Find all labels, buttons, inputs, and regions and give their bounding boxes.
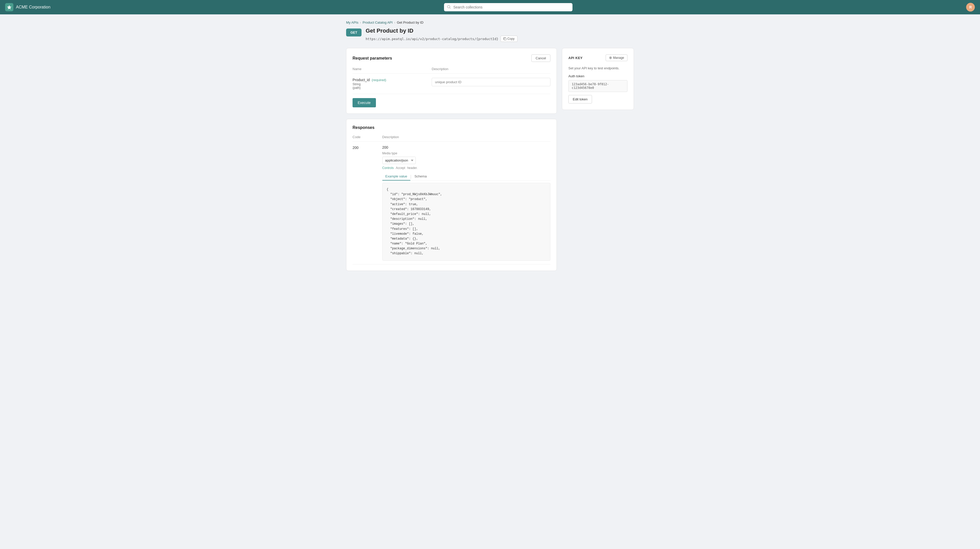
example-tabs: Example value | Schema	[382, 173, 550, 181]
two-column-layout: Request parameters Cancel Name Descripti…	[346, 48, 634, 271]
response-desc-value: 200	[382, 145, 550, 149]
params-table: Name Description Product_id (required)	[353, 67, 550, 94]
schema-tab[interactable]: Schema	[411, 173, 430, 181]
accept-label: Accept	[396, 166, 405, 170]
col-description: Description	[432, 67, 550, 74]
execute-button[interactable]: Execute	[353, 98, 376, 107]
col-name: Name	[353, 67, 432, 74]
method-badge: GET	[346, 29, 361, 36]
resp-col-code: Code	[353, 135, 382, 142]
logo-icon	[5, 3, 13, 11]
example-value-tab[interactable]: Example value	[382, 173, 410, 181]
param-type: String	[353, 83, 426, 86]
search-wrapper	[444, 3, 573, 11]
manage-button[interactable]: Manage	[606, 54, 627, 61]
table-row: Product_id (required) String (path)	[353, 74, 550, 94]
avatar[interactable]: R	[966, 3, 975, 11]
api-key-title: API KEY	[568, 56, 583, 60]
response-desc-cell: 200 Media type application/json Controls	[382, 142, 550, 265]
response-row: 200 200 Media type application/json	[353, 142, 550, 265]
controls-link[interactable]: Controls	[382, 166, 394, 170]
copy-icon	[503, 37, 506, 40]
api-key-description: Set your API key to test endpoints.	[568, 66, 627, 70]
cancel-button[interactable]: Cancel	[531, 54, 550, 62]
param-name: Product_id (required)	[353, 78, 426, 82]
auth-token-value: 123ad456-be78-9f012-c123d45678e0	[568, 80, 627, 92]
param-required: (required)	[372, 78, 386, 82]
settings-icon	[609, 56, 612, 59]
copy-label: Copy	[508, 37, 515, 41]
breadcrumb-sep-1: ›	[360, 21, 361, 24]
breadcrumb-catalog-api[interactable]: Product Catalog API	[363, 21, 393, 24]
main-content: My APIs › Product Catalog API › Get Prod…	[336, 14, 644, 277]
responses-title: Responses	[353, 125, 374, 130]
side-col: API KEY Manage Set your API key to test …	[562, 48, 634, 110]
product-id-input[interactable]	[432, 78, 550, 86]
search-icon	[447, 5, 451, 10]
svg-point-4	[610, 57, 611, 58]
breadcrumb-current: Get Product by ID	[397, 21, 423, 24]
param-input-cell	[432, 74, 550, 94]
param-location: (path)	[353, 86, 426, 90]
breadcrumb-my-apis[interactable]: My APIs	[346, 21, 358, 24]
request-params-card: Request parameters Cancel Name Descripti…	[346, 48, 557, 114]
endpoint-info: Get Product by ID https://apim.peatql.io…	[366, 27, 517, 42]
responses-table: Code Description 200 200 Media type	[353, 135, 550, 265]
request-params-title: Request parameters	[353, 56, 392, 60]
svg-marker-0	[7, 5, 11, 10]
endpoint-url-row: https://apim.peatql.io/api/v2/product-ca…	[366, 36, 517, 42]
media-type-label: Media type	[382, 151, 550, 155]
breadcrumb-sep-2: ›	[394, 21, 395, 24]
copy-button[interactable]: Copy	[501, 36, 517, 42]
edit-token-button[interactable]: Edit token	[568, 95, 592, 103]
company-name: ACME Corporation	[16, 5, 50, 10]
response-code-cell: 200	[353, 142, 382, 265]
media-type-select[interactable]: application/json	[382, 157, 416, 164]
breadcrumb: My APIs › Product Catalog API › Get Prod…	[346, 21, 634, 24]
header-label: header.	[407, 166, 418, 170]
response-code: 200	[353, 146, 358, 150]
request-params-header: Request parameters Cancel	[353, 54, 550, 62]
responses-card: Responses Code Description 200	[346, 119, 557, 271]
responses-header: Responses	[353, 125, 550, 130]
search-input[interactable]	[444, 3, 573, 11]
resp-col-description: Description	[382, 135, 550, 142]
controls-row: Controls Accept header.	[382, 166, 550, 170]
auth-token-label: Auth token	[568, 74, 627, 78]
endpoint-header: GET Get Product by ID https://apim.peatq…	[346, 27, 634, 42]
endpoint-title: Get Product by ID	[366, 27, 517, 34]
svg-line-2	[450, 8, 450, 8]
example-code-block: { "id": "prod_NWjs8kKbJWmuuc", "object":…	[382, 183, 550, 261]
header-left: ACME Corporation	[5, 3, 50, 11]
svg-rect-3	[504, 38, 506, 40]
header: ACME Corporation R	[0, 0, 980, 14]
endpoint-url: https://apim.peatql.io/api/v2/product-ca…	[366, 37, 498, 41]
api-key-header: API KEY Manage	[568, 54, 627, 61]
main-col: Request parameters Cancel Name Descripti…	[346, 48, 557, 271]
api-key-card: API KEY Manage Set your API key to test …	[562, 48, 634, 110]
param-name-cell: Product_id (required) String (path)	[353, 74, 432, 94]
